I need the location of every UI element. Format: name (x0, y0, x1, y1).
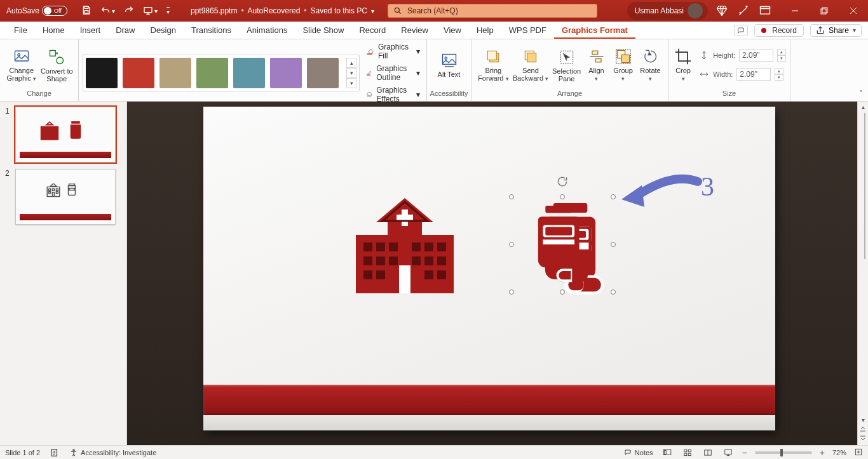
tab-help[interactable]: Help (469, 23, 501, 39)
tab-home[interactable]: Home (35, 23, 72, 39)
slide-thumbnail-1[interactable] (15, 107, 116, 163)
reading-view-button[interactable] (702, 448, 714, 458)
collapse-ribbon-icon[interactable]: ˄ (859, 90, 863, 98)
rotate-button[interactable]: Rotate▾ (637, 46, 664, 83)
gallery-scroll-up[interactable]: ▴ (346, 58, 356, 68)
share-button[interactable]: Share ▾ (810, 24, 862, 37)
minimize-button[interactable] (780, 0, 810, 22)
scroll-down-icon[interactable]: ▾ (858, 415, 868, 425)
slide-thumbnail-2[interactable] (15, 169, 116, 225)
qat-customize-icon[interactable]: ▾ (166, 7, 170, 15)
height-spin-down[interactable]: ▾ (777, 55, 786, 62)
tab-record[interactable]: Record (351, 23, 393, 39)
pill-bottle-graphic-selected[interactable] (512, 184, 613, 292)
zoom-slider[interactable] (755, 451, 812, 454)
zoom-slider-thumb[interactable] (780, 449, 783, 456)
slideshow-from-beginning-icon[interactable]: ▾ (143, 6, 158, 16)
tab-view[interactable]: View (436, 23, 469, 39)
scrollbar-thumb[interactable] (864, 113, 865, 259)
gallery-scroll-down[interactable]: ▾ (346, 68, 356, 78)
search-input[interactable]: Search (Alt+Q) (388, 4, 597, 18)
width-spin-up[interactable]: ▴ (775, 68, 783, 74)
style-swatch[interactable] (270, 58, 302, 88)
crop-button[interactable]: Crop▾ (672, 46, 694, 83)
save-icon[interactable] (81, 5, 92, 17)
close-button[interactable] (839, 0, 868, 22)
slide-sorter-view-button[interactable] (681, 448, 694, 458)
height-spin-up[interactable]: ▴ (777, 49, 786, 55)
chevron-down-icon[interactable]: ▾ (371, 8, 374, 15)
scroll-up-icon[interactable]: ▴ (858, 102, 868, 112)
workspace: 1 2 (0, 102, 868, 445)
convert-to-shape-button[interactable]: Convert to Shape (39, 47, 75, 83)
prev-slide-icon[interactable] (859, 425, 867, 432)
chevron-down-icon[interactable]: ▾ (853, 27, 856, 34)
zoom-out-button[interactable]: − (742, 448, 747, 458)
wand-icon[interactable] (737, 4, 750, 17)
next-slide-icon[interactable] (859, 435, 867, 442)
hospital-graphic[interactable] (351, 198, 459, 293)
chevron-down-icon[interactable]: ▾ (154, 8, 158, 15)
align-button[interactable]: Align▾ (583, 46, 609, 83)
group-button[interactable]: Group▾ (609, 46, 637, 83)
fit-to-window-button[interactable] (854, 448, 863, 458)
slideshow-view-button[interactable] (722, 448, 735, 458)
diamond-icon[interactable] (715, 4, 728, 17)
change-graphic-button[interactable]: Change Graphic ▾ (4, 46, 39, 83)
account-button[interactable]: Usman Abbasi (627, 2, 708, 20)
comments-button[interactable] (734, 25, 748, 36)
alt-text-button[interactable]: Alt Text (431, 51, 467, 78)
style-swatch[interactable] (86, 58, 118, 88)
svg-rect-37 (437, 243, 446, 251)
graphics-styles-gallery[interactable]: ▴ ▾ ▾ (83, 55, 360, 91)
spellcheck-status[interactable] (50, 448, 59, 457)
autosave-toggle[interactable]: AutoSave Off (6, 6, 67, 16)
tab-graphics-format[interactable]: Graphics Format (554, 23, 635, 39)
tab-draw[interactable]: Draw (108, 23, 142, 39)
tab-transitions[interactable]: Transitions (184, 23, 239, 39)
slide-canvas-area[interactable]: 3 ▴ ▾ (127, 102, 868, 445)
tab-design[interactable]: Design (143, 23, 184, 39)
undo-icon[interactable]: ▾ (100, 6, 115, 16)
tab-wpspdf[interactable]: WPS PDF (501, 23, 554, 39)
resize-handle[interactable] (509, 242, 514, 247)
resize-handle[interactable] (509, 289, 514, 295)
tab-slideshow[interactable]: Slide Show (295, 23, 351, 39)
accessibility-status[interactable]: Accessibility: Investigate (69, 448, 156, 457)
style-swatch[interactable] (307, 58, 339, 88)
graphics-outline-button[interactable]: Graphics Outline▾ (363, 63, 423, 83)
vertical-scrollbar[interactable]: ▴ ▾ (857, 102, 868, 445)
bring-forward-button[interactable]: Bring Forward ▾ (475, 46, 512, 83)
ribbon-display-options-icon[interactable] (759, 4, 771, 17)
gallery-more[interactable]: ▾ (346, 78, 356, 88)
height-input[interactable]: 2.09" (739, 49, 773, 62)
width-icon (699, 69, 709, 79)
tab-review[interactable]: Review (393, 23, 436, 39)
notes-button[interactable]: Notes (623, 449, 653, 456)
resize-handle[interactable] (560, 194, 565, 199)
style-swatch[interactable] (233, 58, 265, 88)
rotate-handle-icon[interactable] (556, 175, 569, 190)
tab-file[interactable]: File (6, 23, 35, 39)
restore-button[interactable] (810, 0, 839, 22)
record-button[interactable]: Record (754, 24, 804, 37)
send-backward-button[interactable]: Send Backward ▾ (512, 46, 550, 83)
style-swatch[interactable] (196, 58, 228, 88)
style-swatch[interactable] (159, 58, 191, 88)
resize-handle[interactable] (611, 194, 616, 199)
slide[interactable]: 3 (203, 107, 775, 430)
resize-handle[interactable] (509, 194, 514, 199)
tab-insert[interactable]: Insert (72, 23, 109, 39)
redo-icon[interactable] (124, 5, 134, 17)
chevron-down-icon[interactable]: ▾ (112, 8, 115, 15)
width-input[interactable]: 2.09" (736, 68, 771, 81)
width-spin-down[interactable]: ▾ (775, 74, 783, 81)
slide-counter[interactable]: Slide 1 of 2 (5, 449, 40, 456)
style-swatch[interactable] (123, 58, 154, 88)
normal-view-button[interactable] (661, 448, 674, 458)
zoom-level[interactable]: 72% (832, 449, 846, 456)
graphics-fill-button[interactable]: Graphics Fill▾ (363, 41, 423, 62)
selection-pane-button[interactable]: Selection Pane (550, 47, 583, 83)
tab-animations[interactable]: Animations (239, 23, 295, 39)
zoom-in-button[interactable]: + (820, 448, 825, 458)
